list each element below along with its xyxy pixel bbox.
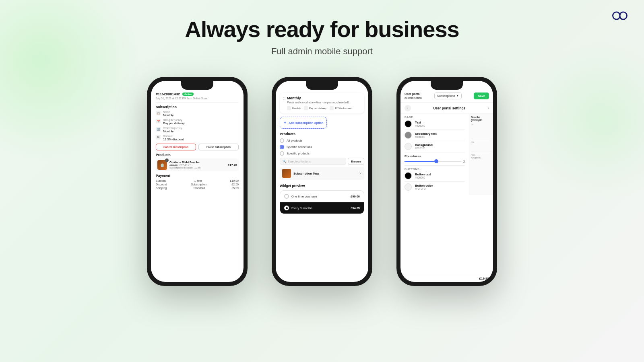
- settings-area: Base Text #000000 Seco: [400, 113, 493, 195]
- pause-subscription-button[interactable]: Pause subscription: [198, 144, 239, 150]
- customisation-label: customisation: [405, 96, 422, 100]
- search-collections-input[interactable]: 🔍 Search collections: [280, 158, 346, 165]
- name-value: Monthly: [163, 113, 173, 117]
- plan-desc: Pause and cancel at any time - no passwo…: [287, 101, 361, 104]
- add-subscription-button[interactable]: ＋ Add subscription option: [280, 117, 327, 129]
- product-details: Glorious Rishi Sencha £19.99 £17.49 x 1 …: [169, 161, 225, 169]
- plan-badges: Monthly Pay per delivery 12.5% discount: [287, 106, 361, 110]
- billing-icon: 📅: [156, 119, 161, 123]
- product-discount: Subscription discount: -£2.50: [169, 167, 225, 169]
- one-time-option[interactable]: One-time purchase £99.00: [280, 191, 364, 202]
- badge-discount: 12.5% discount: [330, 106, 351, 110]
- drag-handle: [283, 96, 285, 100]
- order-date: July 31, 2023 at 02:22 PM from Online St…: [156, 97, 239, 103]
- products-section: Products All products Specific collectio…: [276, 130, 368, 181]
- discount-label: Discount: [163, 135, 184, 138]
- order-freq-label: Order frequency: [163, 127, 182, 130]
- active-badge: Active: [182, 93, 194, 96]
- name-label: Name: [163, 111, 173, 113]
- roundness-slider-track[interactable]: [405, 161, 461, 162]
- order-header: #11520901432 Active: [156, 90, 239, 97]
- one-time-price: £99.00: [351, 195, 360, 198]
- example-title: Sencha (example: [471, 116, 491, 121]
- discount-payment-label: Discount: [156, 183, 167, 186]
- plan-card: Monthly Pause and cancel at any time - n…: [280, 93, 364, 113]
- one-time-left: One-time purchase: [284, 194, 317, 199]
- discount-badge-icon: [330, 106, 334, 110]
- roundness-row: Roundness 2: [405, 154, 465, 163]
- collection-remove-button[interactable]: ✕: [359, 172, 362, 175]
- specific-collections-radio[interactable]: [280, 145, 284, 149]
- widget-title: Widget preview: [280, 184, 364, 188]
- browse-button[interactable]: Browse: [348, 158, 364, 165]
- divider-1: [405, 130, 465, 130]
- text-color-hex: #000000: [415, 124, 425, 127]
- example-panel: Sencha (example tin ths reet Kingdom: [469, 113, 493, 195]
- phone-3-screen: User portal customisation Subscriptions …: [400, 81, 493, 282]
- specific-products-row[interactable]: Specific products: [280, 151, 364, 156]
- btn-color-name: Button color: [415, 184, 433, 187]
- discount-content: Discount 12.5% discount: [163, 135, 184, 141]
- top-left-info: User portal customisation: [405, 92, 422, 100]
- divider-3: [405, 152, 465, 152]
- nav-bar: ‹ User portal settings ›: [400, 103, 493, 113]
- subtotal-value: £19.99: [230, 179, 239, 182]
- roundness-slider-thumb: [434, 159, 438, 163]
- all-products-row[interactable]: All products: [280, 138, 364, 143]
- btn-text-color-hex: #000000: [415, 176, 431, 179]
- roundness-label: Roundness: [405, 154, 465, 158]
- base-label: Base: [405, 116, 465, 119]
- secondary-color-name: Secondary text: [415, 132, 437, 136]
- subtotal-label: Subtotal: [156, 179, 166, 182]
- cancel-subscription-button[interactable]: Cancel subscription: [156, 144, 196, 150]
- btn-color-hex: #F2F2F2: [415, 187, 433, 190]
- all-products-radio[interactable]: [280, 138, 284, 143]
- phone-2-content: Monthly Pause and cancel at any time - n…: [276, 90, 368, 282]
- back-button[interactable]: ‹: [405, 105, 411, 111]
- order-freq-content: Order frequency Monthly: [163, 127, 182, 133]
- secondary-color-swatch: [405, 132, 412, 139]
- roundness-value: 2: [463, 160, 465, 163]
- secondary-color-row: Secondary text #898989: [405, 132, 465, 139]
- product-row: 🍵 1 Glorious Rishi Sencha £19.99 £17.49 …: [156, 158, 239, 171]
- settings-body: Base Text #000000 Seco: [400, 113, 469, 195]
- btn-text-color-swatch: [405, 172, 412, 179]
- one-time-label: One-time purchase: [291, 195, 317, 198]
- every-3-months-option[interactable]: Every 3 months £94.05: [280, 202, 364, 214]
- payment-section: Subtotal 1 item £19.99 Discount Subscrip…: [156, 179, 239, 189]
- one-time-radio: [284, 194, 289, 199]
- payment-section-title: Payment: [156, 174, 239, 178]
- collection-row: Subscription Teas ✕: [280, 167, 364, 180]
- shipping-value: £5.99: [231, 187, 239, 189]
- specific-collections-row[interactable]: Specific collections: [280, 145, 364, 149]
- name-content: Name Monthly: [163, 111, 173, 117]
- phone-2-screen: Monthly Pause and cancel at any time - n…: [276, 81, 368, 282]
- order-number: #11520901432: [156, 92, 180, 96]
- badge-pay: Pay per delivery: [304, 106, 326, 110]
- secondary-color-hex: #898989: [415, 136, 437, 138]
- every-3-months-radio: [284, 206, 289, 210]
- subtotal-row: Subtotal 1 item £19.99: [156, 179, 239, 182]
- header-subtitle: Full admin mobile support: [0, 46, 644, 57]
- collection-image: [282, 169, 291, 178]
- search-placeholder: Search collections: [288, 160, 311, 163]
- product-name: Glorious Rishi Sencha: [169, 161, 225, 164]
- subscription-buttons: Cancel subscription Pause subscription: [156, 144, 239, 150]
- all-products-label: All products: [287, 139, 302, 142]
- collection-name: Subscription Teas: [293, 172, 357, 175]
- divider-4: [405, 165, 465, 166]
- header: Always ready for business Full admin mob…: [0, 0, 644, 65]
- every-3-months-left: Every 3 months: [284, 206, 312, 210]
- subtotal-items: 1 item: [194, 179, 202, 182]
- discount-value: 12.5% discount: [163, 138, 184, 141]
- subscriptions-dropdown[interactable]: Subscriptions ▼: [434, 93, 462, 99]
- shipping-label: Shipping: [156, 187, 167, 189]
- specific-products-radio[interactable]: [280, 151, 284, 156]
- save-button[interactable]: Save: [474, 93, 489, 99]
- background-color-row: Background #F1F1F1: [405, 143, 465, 150]
- billing-label: Billing frequency: [163, 119, 185, 121]
- logo: [608, 10, 628, 23]
- background-color-hex: #F1F1F1: [415, 147, 433, 150]
- frequency-icon: [287, 106, 291, 110]
- billing-value: Pay per delivery: [163, 121, 185, 125]
